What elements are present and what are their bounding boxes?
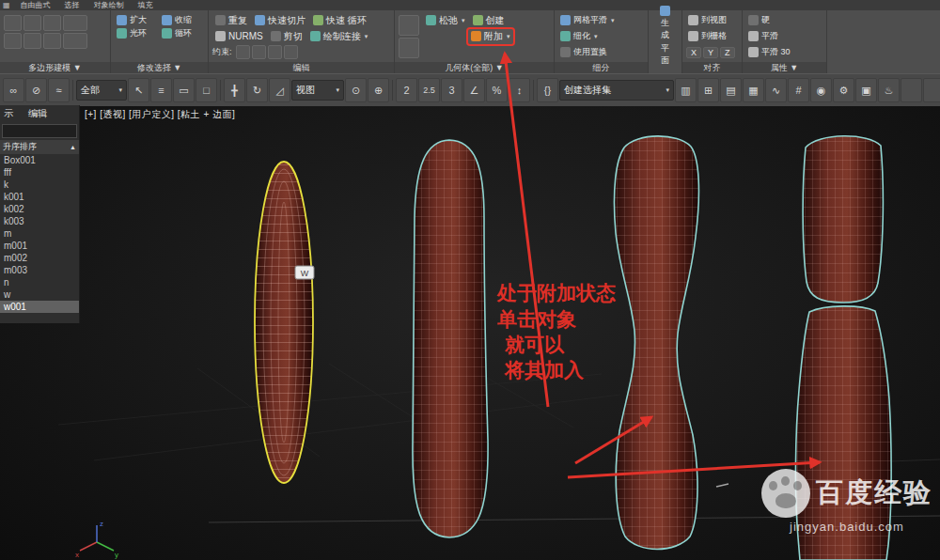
smooth-30-button[interactable]: 平滑 30 bbox=[746, 46, 792, 58]
vertex-mode-icon[interactable] bbox=[4, 15, 22, 31]
explorer-item[interactable]: m003 bbox=[0, 264, 79, 276]
align-x-button[interactable]: X bbox=[686, 47, 701, 58]
explorer-item[interactable]: k001 bbox=[0, 191, 79, 203]
constraint-face-icon[interactable] bbox=[268, 45, 282, 59]
shrink-button[interactable]: 收缩 bbox=[160, 14, 204, 26]
ring-button[interactable]: 光环 bbox=[115, 27, 159, 39]
reference-coordinate-dropdown[interactable]: 视图▾ bbox=[291, 80, 344, 101]
mirror-icon[interactable]: ▥ bbox=[675, 78, 697, 102]
hard-button[interactable]: 硬 bbox=[746, 14, 772, 26]
schematic-view-icon[interactable]: # bbox=[788, 78, 809, 102]
explorer-item[interactable]: Box001 bbox=[0, 154, 79, 166]
polygon-mode-icon[interactable] bbox=[4, 33, 22, 49]
layer-manager-icon[interactable]: ▤ bbox=[720, 78, 742, 102]
align-y-button[interactable]: Y bbox=[703, 47, 718, 58]
app-menu-icon[interactable]: ▦ bbox=[3, 1, 10, 9]
select-and-scale-icon[interactable]: ◿ bbox=[269, 78, 290, 102]
loop-button[interactable]: 循环 bbox=[160, 27, 204, 39]
smooth-button[interactable]: 平滑 bbox=[746, 30, 780, 42]
snap-toggle-2d-icon[interactable]: 2 bbox=[396, 78, 417, 102]
object-mode-icon[interactable] bbox=[43, 33, 61, 49]
explorer-item[interactable]: w bbox=[0, 288, 79, 301]
tab-object-paint[interactable]: 对象绘制 bbox=[87, 0, 131, 10]
pm-extra-icon-1[interactable] bbox=[63, 15, 87, 31]
tab-freeform[interactable]: 自由曲式 bbox=[14, 0, 57, 10]
repeat-button[interactable]: 重复 bbox=[212, 13, 250, 28]
element-mode-icon[interactable] bbox=[24, 33, 41, 49]
geometry-extra-icon-1[interactable] bbox=[399, 15, 419, 36]
explorer-item[interactable]: fff bbox=[0, 166, 79, 179]
explorer-header-edit[interactable]: 编辑 bbox=[28, 107, 47, 122]
selected-ellipse-object[interactable] bbox=[250, 158, 320, 489]
attach-button[interactable]: 附加▾ bbox=[468, 29, 513, 44]
grow-button[interactable]: 扩大 bbox=[115, 14, 159, 26]
explorer-item[interactable]: k002 bbox=[0, 203, 79, 215]
properties-group-label[interactable]: 属性 ▼ bbox=[743, 62, 826, 73]
angle-snap-icon[interactable]: ∠ bbox=[463, 78, 485, 102]
toolbar-extra-icon[interactable] bbox=[901, 78, 922, 102]
quickslice-button[interactable]: 快速切片 bbox=[252, 13, 308, 28]
geometry-group-label[interactable]: 几何体(全部) ▼ bbox=[395, 62, 554, 73]
constraint-edge-icon[interactable] bbox=[252, 45, 266, 59]
tab-populate[interactable]: 填充 bbox=[132, 0, 160, 10]
tessellate-button[interactable]: 细化▾ bbox=[558, 30, 600, 42]
select-object-icon[interactable]: ↖ bbox=[128, 78, 149, 102]
material-editor-icon[interactable]: ◉ bbox=[810, 78, 832, 102]
capsule-object[interactable] bbox=[413, 140, 488, 537]
render-setup-icon[interactable]: ⚙ bbox=[833, 78, 854, 102]
subdivision-group-label[interactable]: 细分 bbox=[555, 62, 648, 73]
create-button[interactable]: 创建 bbox=[470, 13, 508, 28]
tab-selection[interactable]: 选择 bbox=[58, 0, 86, 10]
unlink-selection-icon[interactable]: ⊘ bbox=[25, 78, 47, 102]
use-pivot-center-icon[interactable]: ⊙ bbox=[345, 78, 367, 102]
border-mode-icon[interactable] bbox=[43, 15, 61, 31]
swiftloop-button[interactable]: 快速 循环 bbox=[310, 13, 369, 28]
msmooth-button[interactable]: 网格平滑▾ bbox=[558, 14, 617, 26]
explorer-item[interactable]: m bbox=[0, 227, 79, 240]
explorer-item-selected[interactable]: w001 bbox=[0, 301, 79, 313]
named-selection-dropdown[interactable]: 创建选择集▾ bbox=[559, 80, 674, 101]
paint-connect-button[interactable]: 绘制连接▾ bbox=[307, 29, 371, 44]
select-by-name-icon[interactable]: ≡ bbox=[150, 78, 172, 102]
selection-filter-dropdown[interactable]: 全部▾ bbox=[76, 80, 127, 101]
explorer-item[interactable]: m001 bbox=[0, 240, 79, 252]
select-and-link-icon[interactable]: ∞ bbox=[3, 78, 24, 102]
rectangular-selection-icon[interactable]: ▭ bbox=[173, 78, 195, 102]
toolbar-extra-icon[interactable] bbox=[923, 78, 940, 102]
curve-editor-icon[interactable]: ∿ bbox=[765, 78, 787, 102]
generate-topology-button[interactable]: 生成 平面 bbox=[652, 12, 678, 59]
edit-group-label[interactable]: 编辑 bbox=[209, 62, 394, 73]
explorer-sort-header[interactable]: 升序排序 ▲ bbox=[0, 140, 79, 154]
constraint-normal-icon[interactable] bbox=[284, 45, 298, 59]
constraint-none-icon[interactable] bbox=[236, 45, 250, 59]
window-crossing-icon[interactable]: □ bbox=[196, 78, 217, 102]
snap-toggle-3d-icon[interactable]: 3 bbox=[441, 78, 462, 102]
select-and-rotate-icon[interactable]: ↻ bbox=[246, 78, 268, 102]
geometry-extra-icon-2[interactable] bbox=[399, 38, 419, 58]
modify-selection-group-label[interactable]: 修改选择 ▼ bbox=[111, 62, 208, 73]
pm-extra-icon-2[interactable] bbox=[63, 33, 87, 49]
align-icon[interactable]: ⊞ bbox=[697, 78, 719, 102]
explorer-search-box[interactable] bbox=[2, 124, 77, 138]
explorer-item[interactable]: m002 bbox=[0, 252, 79, 264]
rendered-frame-icon[interactable]: ▣ bbox=[855, 78, 877, 102]
snap-toggle-25d-icon[interactable]: 2.5 bbox=[418, 78, 440, 102]
relax-button[interactable]: 松弛▾ bbox=[423, 13, 468, 28]
explorer-header-display[interactable]: 示 bbox=[4, 107, 13, 122]
edge-mode-icon[interactable] bbox=[24, 15, 41, 31]
select-and-move-icon[interactable]: ╋ bbox=[224, 78, 245, 102]
explorer-item[interactable]: k bbox=[0, 179, 79, 191]
explorer-item[interactable]: n bbox=[0, 276, 79, 288]
viewport-label[interactable]: [+] [透视] [用户定义] [粘土 + 边面] bbox=[85, 108, 235, 121]
nurms-button[interactable]: NURMS bbox=[212, 30, 266, 42]
polygon-modeling-group-label[interactable]: 多边形建模 ▼ bbox=[0, 62, 110, 73]
spinner-snap-icon[interactable]: ↕ bbox=[509, 78, 530, 102]
align-group-label[interactable]: 对齐 bbox=[682, 62, 742, 73]
align-to-view-button[interactable]: 到视图 bbox=[686, 14, 728, 26]
use-displacement-button[interactable]: 使用置换 bbox=[558, 46, 609, 58]
explorer-item[interactable]: k003 bbox=[0, 215, 79, 227]
align-to-grid-button[interactable]: 到栅格 bbox=[686, 30, 728, 42]
cut-button[interactable]: 剪切 bbox=[268, 29, 306, 44]
align-z-button[interactable]: Z bbox=[720, 47, 735, 58]
render-icon[interactable]: ♨ bbox=[878, 78, 900, 102]
